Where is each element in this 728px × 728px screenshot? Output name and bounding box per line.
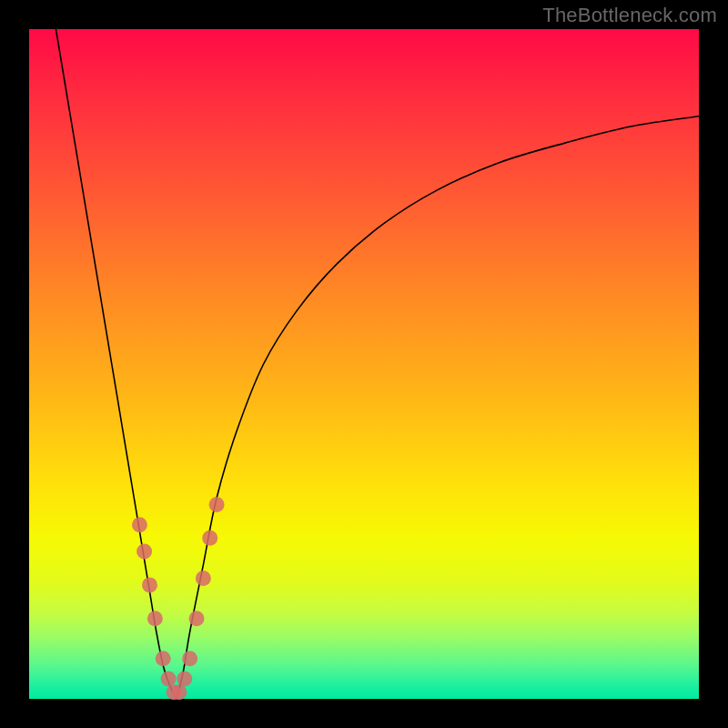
curve-right-branch [177, 116, 699, 699]
bottleneck-curve [29, 29, 699, 699]
data-marker [156, 651, 171, 666]
data-marker [209, 497, 225, 512]
watermark-text: TheBottleneck.com [542, 4, 717, 27]
data-marker [161, 671, 177, 686]
chart-frame: TheBottleneck.com [0, 0, 728, 728]
data-marker [202, 531, 217, 546]
data-marker [182, 651, 197, 666]
data-marker [132, 517, 147, 532]
data-marker [177, 671, 192, 686]
data-marker [136, 544, 152, 560]
data-marker [171, 684, 187, 700]
data-marker [196, 571, 211, 586]
data-marker [189, 611, 205, 626]
data-marker [142, 577, 157, 592]
curve-left-branch [56, 29, 176, 699]
data-marker [147, 611, 163, 626]
plot-area [29, 29, 699, 699]
